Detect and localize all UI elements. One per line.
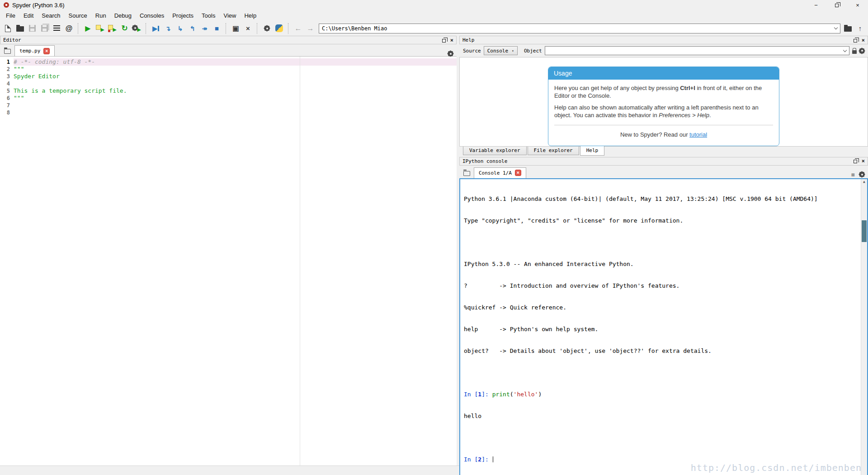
undock-icon[interactable] (854, 39, 857, 43)
scrollbar-thumb[interactable] (862, 220, 867, 242)
console-banner-line: %quickref -> Quick reference. (464, 304, 858, 311)
debug-button[interactable]: ▶ (150, 22, 162, 34)
tab-close-icon[interactable]: × (43, 48, 50, 54)
dropdown-arrow-icon: ▾ (512, 49, 514, 53)
menu-source[interactable]: Source (65, 11, 91, 20)
tab-variable-explorer[interactable]: Variable explorer (463, 147, 527, 155)
close-pane-icon[interactable]: × (450, 38, 453, 43)
python-path-button[interactable] (273, 22, 285, 34)
undock-icon[interactable] (442, 39, 446, 43)
run-button[interactable]: ▶ (82, 22, 94, 34)
code-line: 5 This is a temporary script file. (0, 87, 457, 95)
menu-debug[interactable]: Debug (110, 11, 136, 20)
tab-temp-py[interactable]: temp.py × (14, 45, 55, 56)
menu-bar: File Edit Search Source Run Debug Consol… (0, 10, 868, 21)
menu-search[interactable]: Search (38, 11, 64, 20)
toolbar-separator (146, 23, 148, 34)
menu-projects[interactable]: Projects (168, 11, 198, 20)
code-editor[interactable]: 1 # -*- coding: utf-8 -*- 2 """ 3 Spyder… (0, 57, 457, 466)
menu-view[interactable]: View (219, 11, 240, 20)
menu-edit[interactable]: Edit (19, 11, 38, 20)
object-combobox[interactable] (545, 46, 849, 55)
toolbar-separator (288, 23, 290, 34)
file-switcher-button[interactable] (51, 22, 63, 34)
code-line: 1 # -*- coding: utf-8 -*- (0, 58, 457, 66)
help-panel-header: Help × (459, 36, 868, 44)
code-line: 3 Spyder Editor (0, 73, 457, 80)
menu-tools[interactable]: Tools (198, 11, 219, 20)
chevron-down-icon (834, 26, 838, 29)
lock-icon[interactable] (852, 50, 857, 54)
menu-consoles[interactable]: Consoles (136, 11, 168, 20)
tab-file-explorer[interactable]: File explorer (528, 147, 579, 155)
title-bar: Spyder (Python 3.6) − × (0, 0, 868, 10)
fullscreen-button[interactable]: × (242, 22, 254, 34)
line-number: 2 (0, 66, 14, 73)
menu-help[interactable]: Help (240, 11, 260, 20)
back-button[interactable]: ← (292, 22, 304, 34)
browse-tabs-button[interactable] (1, 45, 14, 56)
scroll-up-icon[interactable]: ▲ (863, 179, 865, 185)
save-all-button[interactable] (38, 22, 51, 34)
editor-options-gear-icon[interactable] (448, 51, 453, 56)
close-button[interactable]: × (847, 0, 868, 10)
forward-button[interactable]: → (304, 22, 316, 34)
new-file-button[interactable] (2, 22, 14, 34)
tab-close-icon[interactable]: × (515, 170, 521, 176)
console-scrollbar[interactable]: ▲ ▼ (861, 179, 867, 475)
main-toolbar: @ ▶ ▶ ▶ ↻ ▶ ▶ ↴ ↳ ↰ ↠ ■ ▣ × ← → C:\Users… (0, 21, 868, 36)
undock-icon[interactable] (854, 160, 857, 163)
minimize-button[interactable]: − (806, 0, 826, 10)
restore-button[interactable] (826, 0, 847, 10)
step-button[interactable]: ↴ (162, 22, 174, 34)
stop-debug-button[interactable]: ■ (211, 22, 223, 34)
help-options-gear-icon[interactable] (859, 48, 864, 53)
run-cell-button[interactable]: ▶ (94, 22, 106, 34)
help-source-row: Source Console ▾ Object (459, 44, 868, 57)
toolbar-separator (226, 23, 228, 34)
ipython-console-output[interactable]: Python 3.6.1 |Anaconda custom (64-bit)| … (459, 178, 868, 475)
save-button[interactable] (26, 22, 38, 34)
rerun-cell-button[interactable]: ↻ (118, 22, 131, 34)
code-line: 8 (0, 109, 457, 116)
run-configuration-button[interactable]: ▶ (131, 22, 143, 34)
close-icon: × (856, 2, 859, 9)
browse-directory-button[interactable] (842, 22, 854, 34)
step-into-button[interactable]: ↳ (174, 22, 186, 34)
menu-file[interactable]: File (2, 11, 19, 20)
working-directory-combobox[interactable]: C:\Users\Benben Miao (319, 24, 840, 33)
editor-panel-header: Editor × (0, 36, 457, 44)
usage-card: Usage Here you can get help of any objec… (548, 66, 779, 146)
console-options-gear-icon[interactable] (859, 172, 864, 177)
tutorial-link[interactable]: tutorial (689, 131, 707, 138)
line-number: 6 (0, 95, 14, 102)
source-select[interactable]: Console ▾ (484, 46, 518, 55)
close-pane-icon[interactable]: × (862, 158, 865, 164)
tab-console-1a[interactable]: Console 1/A × (474, 167, 526, 178)
run-icon: ▶ (85, 24, 90, 33)
code-text (14, 109, 457, 116)
step-out-button[interactable]: ↰ (186, 22, 198, 34)
open-file-button[interactable] (14, 22, 26, 34)
parent-directory-button[interactable]: ↑ (854, 22, 866, 34)
console-banner-line: ? -> Introduction and overview of IPytho… (464, 282, 858, 290)
usage-paragraph-1: Here you can get help of any object by p… (554, 84, 773, 100)
preferences-button[interactable] (261, 22, 273, 34)
toolbar-separator (257, 23, 259, 34)
help-panel-title: Help (462, 37, 475, 43)
run-cell-advance-button[interactable]: ▶ (106, 22, 118, 34)
maximize-pane-button[interactable]: ▣ (230, 22, 242, 34)
menu-run[interactable]: Run (91, 11, 110, 20)
window-title: Spyder (Python 3.6) (12, 2, 65, 9)
continue-button[interactable]: ↠ (198, 22, 211, 34)
console-blank-line (464, 369, 858, 376)
spyder-app-icon (4, 2, 9, 8)
browse-tabs-button[interactable] (460, 167, 473, 178)
close-pane-icon[interactable]: × (862, 38, 865, 43)
ipython-console-panel: IPython console × Console 1/A × ■ Pytho (459, 157, 868, 475)
tab-help[interactable]: Help (580, 146, 605, 156)
interrupt-kernel-icon[interactable]: ■ (851, 171, 855, 178)
symbol-finder-button[interactable]: @ (63, 22, 75, 34)
help-dock-tabs: Variable explorer File explorer Help (459, 147, 868, 157)
line-number: 3 (0, 73, 14, 80)
